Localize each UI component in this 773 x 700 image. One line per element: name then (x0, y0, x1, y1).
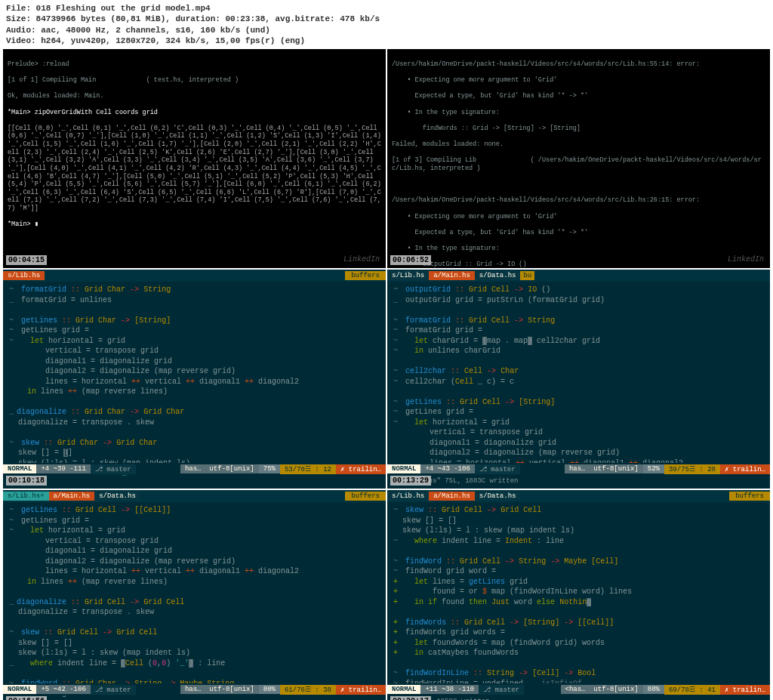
buffers-button[interactable]: buffers (729, 492, 770, 501)
audio-line: Audio: aac, 48000 Hz, 2 channels, s16, 1… (6, 25, 767, 35)
cmdline: "…hs" 78L, 1959C written (387, 695, 770, 700)
linkedin-watermark: LinkedIn (728, 255, 764, 264)
statusline: NORMAL +4 ~43 -106 ⎇ master has… utf-8[u… (387, 463, 770, 475)
size-line: Size: 84739966 bytes (80,81 MiB), durati… (6, 14, 767, 24)
tab-bar: s/Lib.hs+ a/Main.hs s/Data.hs buffers (3, 490, 386, 502)
tab-bar: s/Lib.hs a/Main.hs s/Data.hs buffers (387, 490, 770, 502)
tab-lib[interactable]: s/Lib.hs (387, 492, 429, 501)
timestamp-badge: 00:06:52 (390, 255, 431, 265)
video-line: Video: h264, yuv420p, 1280x720, 324 kb/s… (6, 35, 767, 46)
tab-bar: s/Lib.hs buffers (3, 270, 386, 282)
thumb-5: s/Lib.hs+ a/Main.hs s/Data.hs buffers ~ … (3, 490, 386, 700)
timestamp-badge: 00:20:17 (390, 696, 431, 700)
tab-bar: s/Lib.hs a/Main.hs s/Data.hs bu (387, 270, 770, 282)
code-editor[interactable]: ~ skew :: Grid Cell -> Grid Cell skew []… (387, 502, 770, 692)
code-editor[interactable]: ~ outputGrid :: Grid Cell -> IO () _ out… (387, 282, 770, 482)
code-editor[interactable]: ~ formatGrid :: Grid Char -> String _ fo… (3, 282, 386, 482)
thumb-1: Prelude> :reload [1 of 1] Compiling Main… (3, 49, 386, 268)
cmdline: "src/Lib.hs" 75L, 1883C written (387, 475, 770, 487)
tab-lib[interactable]: s/Lib.hs (387, 271, 429, 280)
tab-data[interactable]: s/Data.hs (475, 271, 521, 280)
timestamp-badge: 00:13:29 (390, 476, 431, 486)
thumb-4: s/Lib.hs a/Main.hs s/Data.hs bu ~ output… (387, 270, 770, 489)
statusline: NORMAL +5 ~42 -106 ⎇ master has… utf-8[u… (3, 683, 386, 695)
thumb-3: s/Lib.hs buffers ~ formatGrid :: Grid Ch… (3, 270, 386, 489)
ghci-output: Prelude> :reload [1 of 1] Compiling Main… (3, 49, 386, 248)
timestamp-badge: 00:04:15 (6, 255, 47, 265)
buffers-button[interactable]: buffers (345, 492, 386, 501)
tab-lib[interactable]: s/Lib.hs+ (3, 492, 49, 501)
statusline: NORMAL +4 ~39 -111 ⎇ master has… utf-8[u… (3, 463, 386, 475)
thumb-2: /Users/hakim/OneDrive/packt-haskell/Vide… (387, 49, 770, 268)
buffers-button[interactable]: buffers (345, 271, 386, 280)
tab-data[interactable]: s/Data.hs (94, 492, 140, 501)
thumbnail-grid: Prelude> :reload [1 of 1] Compiling Main… (0, 49, 773, 700)
media-info-header: File: 018 Fleshing out the grid model.mp… (0, 0, 773, 49)
linkedin-watermark: LinkedIn (343, 255, 380, 264)
tab-main[interactable]: a/Main.hs (429, 492, 475, 501)
file-line: File: 018 Fleshing out the grid model.mp… (6, 3, 767, 14)
tab-main[interactable]: a/Main.hs (49, 492, 95, 501)
buffers-edge[interactable]: bu (520, 271, 534, 280)
compiler-errors: /Users/hakim/OneDrive/packt-haskell/Vide… (387, 49, 770, 268)
timestamp-badge: 00:10:18 (6, 476, 47, 486)
statusline: NORMAL +11 ~38 -110 ⎇ master <has… utf-8… (387, 683, 770, 695)
tab-data[interactable]: s/Data.hs (475, 492, 521, 501)
timestamp-badge: 00:16:56 (6, 696, 47, 700)
tab-lib[interactable]: s/Lib.hs (3, 271, 45, 280)
tab-main[interactable]: a/Main.hs (429, 271, 475, 280)
code-editor[interactable]: ~ getLines :: Grid Cell -> [[Cell]] ~ ge… (3, 502, 386, 700)
thumb-6: s/Lib.hs a/Main.hs s/Data.hs buffers ~ s… (387, 490, 770, 700)
